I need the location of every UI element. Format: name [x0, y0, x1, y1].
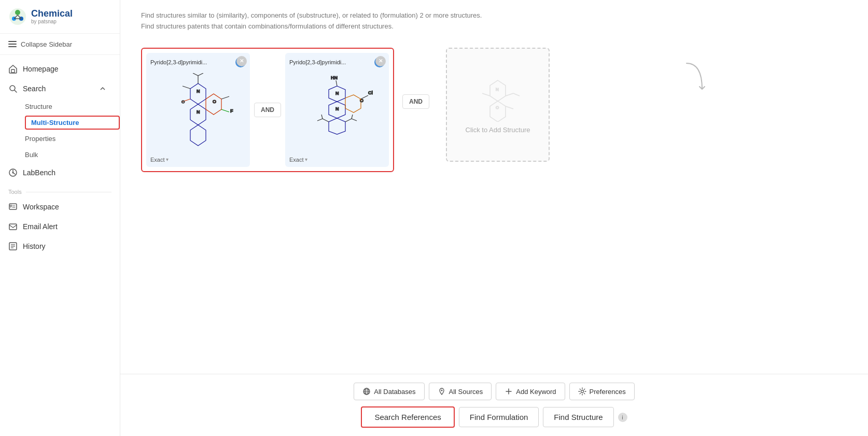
add-keyword-label: Add Keyword — [516, 388, 556, 396]
find-formulation-label: Find Formulation — [470, 413, 528, 421]
sidebar-item-workspace-label: Workspace — [23, 203, 59, 211]
sidebar-item-homepage-label: Homepage — [23, 65, 59, 73]
info-icon[interactable]: i — [618, 413, 627, 422]
svg-point-16 — [10, 205, 12, 207]
sidebar-item-properties[interactable]: Properties — [25, 131, 120, 147]
svg-line-55 — [352, 115, 353, 119]
description-text: Find structures similar to (similarity),… — [141, 10, 587, 32]
structure1-footer: Exact ▾ — [150, 157, 246, 163]
svg-line-52 — [321, 115, 323, 119]
sidebar-item-structure[interactable]: Structure — [25, 99, 120, 115]
structure2-chevron: ▾ — [305, 157, 307, 162]
labbench-icon — [8, 168, 18, 177]
location-icon — [438, 387, 446, 396]
svg-line-54 — [352, 119, 357, 121]
all-databases-button[interactable]: All Databases — [354, 383, 424, 400]
main-content: Find structures similar to (similarity),… — [120, 0, 868, 374]
structure2-close[interactable]: ✕ — [375, 56, 386, 66]
sidebar-nav: Homepage Search Structure Multi-Structur… — [0, 55, 120, 436]
sidebar-item-multi-structure[interactable]: Multi-Structure — [25, 116, 120, 130]
structure1-title: Pyrido[2,3-d]pyrimidi... — [150, 59, 233, 65]
structure-group: Pyrido[2,3-d]pyrimidi... ● ✕ — [141, 48, 394, 172]
svg-rect-10 — [11, 69, 15, 73]
bottom-toolbar: All Databases All Sources Add Keyword — [120, 374, 868, 436]
app-subtitle: by patsnap — [31, 19, 73, 24]
svg-text:N: N — [197, 109, 200, 115]
svg-marker-25 — [190, 125, 206, 146]
sidebar: Chemical by patsnap Collapse Sidebar Hom… — [0, 0, 120, 436]
arrow-hint — [681, 58, 712, 102]
structure1-close[interactable]: ✕ — [236, 56, 247, 66]
sidebar-item-search[interactable]: Search — [0, 79, 120, 99]
svg-marker-23 — [190, 104, 206, 125]
svg-line-60 — [506, 106, 513, 109]
structure1-image: N N O F O — [150, 69, 246, 154]
add-structure-placeholder[interactable]: N O Click to Add Structure — [446, 48, 550, 162]
search-subnav: Structure Multi-Structure Properties Bul… — [0, 99, 120, 163]
svg-line-31 — [193, 73, 198, 76]
collapse-label: Collapse Sidebar — [21, 40, 72, 48]
structure-card-2[interactable]: Pyrido[2,3-d]pyrimidi... ● ✕ HN — [285, 53, 389, 167]
structure-card-1[interactable]: Pyrido[2,3-d]pyrimidi... ● ✕ — [146, 53, 250, 167]
workspace-icon — [8, 202, 18, 212]
svg-text:O: O — [213, 99, 216, 104]
svg-marker-57 — [490, 101, 506, 122]
add-keyword-button[interactable]: Add Keyword — [496, 383, 565, 400]
sidebar-item-search-label: Search — [23, 85, 46, 93]
chevron-up-icon — [99, 85, 106, 92]
structure2-label: Exact — [289, 157, 304, 163]
all-sources-label: All Sources — [449, 388, 483, 396]
action-row: Search References Find Formulation Find … — [141, 406, 847, 428]
sidebar-item-bulk[interactable]: Bulk — [25, 147, 120, 163]
preferences-button[interactable]: Preferences — [569, 383, 635, 400]
main-area: Find structures similar to (similarity),… — [120, 0, 868, 436]
svg-text:O: O — [181, 100, 185, 104]
svg-line-61 — [482, 93, 490, 96]
sidebar-item-workspace[interactable]: Workspace — [0, 197, 120, 217]
svg-line-29 — [221, 96, 229, 99]
svg-text:N: N — [496, 87, 499, 92]
search-icon — [8, 84, 18, 93]
sidebar-item-email-alert[interactable]: Email Alert — [0, 217, 120, 236]
find-formulation-button[interactable]: Find Formulation — [459, 407, 539, 427]
svg-line-12 — [15, 90, 17, 92]
sidebar-item-homepage[interactable]: Homepage — [0, 59, 120, 79]
svg-rect-8 — [8, 44, 17, 45]
logo-area: Chemical by patsnap — [0, 0, 120, 34]
svg-text:F: F — [230, 108, 233, 114]
svg-line-58 — [506, 93, 513, 96]
structure1-chevron: ▾ — [166, 157, 169, 162]
svg-text:Cl: Cl — [368, 90, 373, 95]
sidebar-item-labbench[interactable]: LabBench — [0, 163, 120, 182]
sidebar-item-history-label: History — [23, 242, 46, 250]
plus-icon — [505, 387, 513, 396]
svg-marker-24 — [206, 94, 221, 115]
svg-line-48 — [361, 95, 368, 99]
collapse-sidebar-button[interactable]: Collapse Sidebar — [0, 34, 120, 55]
svg-point-1 — [15, 10, 20, 15]
structure2-image: HN O N — [289, 69, 385, 154]
structure2-title: Pyrido[2,3-d]pyrimidi... — [289, 59, 372, 65]
placeholder-molecule-icon: N O — [472, 75, 524, 122]
all-sources-button[interactable]: All Sources — [429, 383, 492, 400]
search-references-label: Search References — [374, 413, 441, 421]
svg-rect-7 — [8, 41, 17, 42]
sidebar-item-history[interactable]: History — [0, 236, 120, 256]
and-badge-1[interactable]: AND — [254, 103, 281, 117]
svg-text:N: N — [335, 106, 339, 111]
search-references-button[interactable]: Search References — [361, 406, 454, 428]
svg-text:HN: HN — [331, 75, 338, 80]
svg-point-69 — [441, 390, 442, 391]
find-structure-button[interactable]: Find Structure — [543, 407, 613, 427]
svg-marker-43 — [329, 118, 345, 134]
svg-line-50 — [323, 119, 329, 122]
add-structure-label: Click to Add Structure — [466, 126, 530, 134]
svg-line-53 — [345, 119, 352, 122]
sidebar-item-labbench-label: LabBench — [23, 168, 55, 177]
app-name: Chemical — [31, 9, 73, 19]
svg-line-39 — [336, 80, 337, 86]
all-databases-label: All Databases — [374, 388, 415, 396]
and-badge-2[interactable]: AND — [402, 94, 429, 109]
email-icon — [8, 222, 18, 231]
find-structure-label: Find Structure — [554, 413, 603, 421]
